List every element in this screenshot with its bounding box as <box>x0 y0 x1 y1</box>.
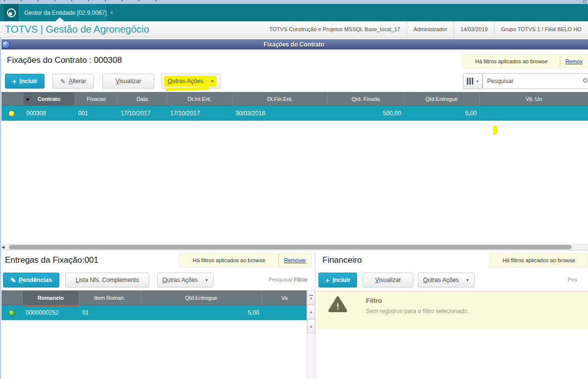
search-icon <box>583 78 588 83</box>
cell-dt-fin-ent: 30/03/2018 <box>232 106 328 121</box>
remove-filter-link[interactable]: Remover <box>279 257 311 263</box>
scroll-pageup-button[interactable]: ▲ <box>307 305 315 319</box>
filter-applied-banner: Há filtros aplicados ao browse Remov <box>462 54 588 68</box>
page-title: Fixações do Contrato : 000308 <box>7 55 122 65</box>
columns-icon <box>467 78 468 85</box>
button-label: Outras Ações ▼ <box>168 78 214 85</box>
scroll-top-icon: ▲ <box>309 295 313 300</box>
cell-contrato: 000308 <box>23 106 75 121</box>
outras-acoes-button[interactable]: Outras Ações ▼ <box>161 74 221 89</box>
visualizar-button-financeiro[interactable]: Visualizar <box>362 273 413 287</box>
status-yellow-icon <box>8 110 15 117</box>
header-qtd-fixada[interactable]: Qtd. Fixada <box>328 92 404 106</box>
entregas-grid-header: Romaneio Item Roman. Qtd.Entregue Va <box>0 290 307 305</box>
browser-chrome-strip <box>0 0 588 4</box>
totvs-logo <box>4 4 19 21</box>
filter-empty-message: ! Filtro Sem registros para o filtro sel… <box>317 291 588 329</box>
scroll-up-button[interactable]: ▲ <box>307 319 315 333</box>
lista-nfs-button[interactable]: Lista Nfs. Complemento <box>65 273 149 287</box>
cell-qtd-fixada: 500,00 <box>328 106 404 121</box>
header-qtd-entregue[interactable]: Qtd.Entregue <box>404 92 480 106</box>
cell-dt-ini-ent: 17/10/2017 <box>167 106 232 121</box>
scroll-left-icon[interactable]: ◀ <box>1 244 4 250</box>
highlight-annotation-stroke <box>166 87 209 91</box>
svg-text:!: ! <box>336 302 339 311</box>
button-label: Alterar <box>69 78 86 85</box>
cell-vlr-un <box>480 106 588 121</box>
header-contrato[interactable]: ▶ Contrato <box>23 92 75 106</box>
header-romaneio[interactable]: Romaneio <box>23 290 79 305</box>
user-label: Administrador <box>407 21 453 38</box>
button-label: Outras Ações <box>162 277 198 284</box>
window-control-fragment <box>583 0 586 3</box>
filter-applied-banner-entregas: Há filtros aplicados ao browse Remover <box>179 253 312 267</box>
search-input[interactable] <box>483 74 575 89</box>
vertical-scrollbar[interactable]: ▲ ▲ ▲ <box>307 290 315 379</box>
scroll-up-icon: ▲ <box>309 325 313 329</box>
active-tab-notch <box>55 17 64 21</box>
session-info: TOTVS Construção e Projetos MSSQL Base_l… <box>263 21 588 38</box>
filtrar-label[interactable]: Filtrar <box>294 277 308 283</box>
header-dt-fin-ent[interactable]: Dt.Fin.Ent. <box>232 92 328 106</box>
pesquisar-label[interactable]: Pesquisar <box>269 277 293 283</box>
cell-qtd-entregue: 5,00 <box>404 106 480 121</box>
button-label: Incluir <box>332 277 350 284</box>
filter-banner-text: Há filtros aplicados ao browse <box>463 58 560 64</box>
search-field-container <box>483 73 588 89</box>
company-branch-label: Grupo TOTVS 1 / Filial BELO HO <box>494 21 588 38</box>
contract-grid-header: ▶ Contrato Fixacao Data Dt.Ini.Ent. Dt.F… <box>0 92 588 106</box>
table-row[interactable]: 000308 001 17/10/2017 17/10/2017 30/03/2… <box>0 106 588 121</box>
window-title: Fixações do Contrato <box>0 40 588 49</box>
outras-acoes-button-financeiro[interactable]: Outras Ações ▼ <box>418 273 475 287</box>
header-status[interactable] <box>0 92 23 106</box>
scrollbar-thumb[interactable] <box>9 245 572 249</box>
cell-romaneio: 0000000252 <box>23 305 79 320</box>
chevron-down-icon: ▼ <box>466 278 470 283</box>
header-vlr-un[interactable]: Vlr. Un <box>480 92 588 106</box>
table-row[interactable]: 0000000252 01 5,00 <box>0 305 307 320</box>
visualizar-button[interactable]: Visualizar <box>102 74 154 89</box>
header-dt-ini-ent[interactable]: Dt.Ini.Ent. <box>167 92 232 106</box>
header-valor[interactable]: Va <box>262 290 307 305</box>
incluir-button-financeiro[interactable]: + Incluir <box>318 273 357 287</box>
column-config-button[interactable]: ▼ <box>463 73 483 89</box>
window-left-border <box>0 38 1 379</box>
cell-qtd-entregue: 5,00 <box>141 305 262 320</box>
filter-applied-banner-financeiro: Há filtros aplicados ao browse <box>490 253 588 267</box>
button-label: Pendências <box>19 277 52 284</box>
panel-divider <box>315 251 316 379</box>
tab-bar: Gestor da Entidade [02.9.0067] × <box>0 4 588 21</box>
warning-icon: ! <box>327 295 348 313</box>
environment-label: TOTVS Construção e Projetos MSSQL Base_l… <box>263 21 407 38</box>
row-status-cell <box>0 106 23 121</box>
filter-banner-text: Há filtros aplicados ao browse <box>490 257 588 263</box>
close-icon[interactable]: × <box>110 9 114 16</box>
incluir-button[interactable]: + Incluir <box>5 74 45 89</box>
filter-message-text: Sem registros para o filtro selecionado. <box>366 308 469 315</box>
remove-filter-link[interactable]: Remov <box>560 58 588 64</box>
app-header: TOTVS | Gestão de Agronegócio TOTVS Cons… <box>0 21 588 38</box>
date-label: 14/03/2019 <box>453 21 494 38</box>
chevron-down-icon: ▼ <box>210 79 214 84</box>
pencil-icon: ✎ <box>10 277 16 284</box>
horizontal-scrollbar[interactable]: ◀ <box>0 244 588 250</box>
header-data[interactable]: Data <box>118 92 167 106</box>
outras-acoes-button-entregas[interactable]: Outras Ações ▼ <box>157 273 214 287</box>
pendencias-button[interactable]: ✎ Pendências <box>3 273 59 287</box>
cell-valor <box>262 305 307 320</box>
app-window: Gestor da Entidade [02.9.0067] × TOTVS |… <box>0 0 588 379</box>
scroll-first-button[interactable]: ▲ <box>307 290 315 305</box>
header-fixacao[interactable]: Fixacao <box>75 92 118 106</box>
cell-fixacao: 001 <box>75 106 118 121</box>
filter-banner-text: Há filtros aplicados ao browse <box>180 257 278 263</box>
alterar-button[interactable]: ✎ Alterar <box>52 74 94 89</box>
pesquisar-label-financeiro[interactable]: Pes <box>568 277 577 283</box>
plus-icon: + <box>12 78 17 85</box>
cell-data: 17/10/2017 <box>118 106 167 121</box>
header-qtd-entregue[interactable]: Qtd.Entregue <box>141 290 262 305</box>
scroll-up-icon: ▲ <box>309 310 313 314</box>
header-item-roman[interactable]: Item Roman. <box>79 290 141 305</box>
header-status[interactable] <box>0 290 23 305</box>
button-label: Lista Nfs. Complemento <box>76 277 139 284</box>
chevron-down-icon: ▼ <box>205 278 209 283</box>
